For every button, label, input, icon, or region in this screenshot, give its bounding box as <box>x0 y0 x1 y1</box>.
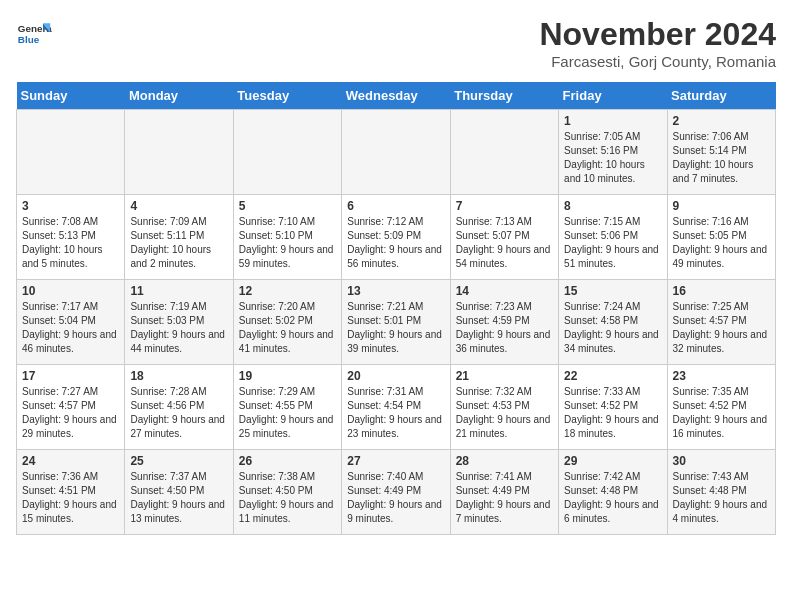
day-info: Sunrise: 7:06 AM Sunset: 5:14 PM Dayligh… <box>673 130 770 186</box>
calendar-cell <box>233 110 341 195</box>
calendar-cell: 9Sunrise: 7:16 AM Sunset: 5:05 PM Daylig… <box>667 195 775 280</box>
calendar-cell <box>450 110 558 195</box>
day-number: 23 <box>673 369 770 383</box>
day-number: 5 <box>239 199 336 213</box>
day-number: 21 <box>456 369 553 383</box>
location-subtitle: Farcasesti, Gorj County, Romania <box>539 53 776 70</box>
calendar-cell: 13Sunrise: 7:21 AM Sunset: 5:01 PM Dayli… <box>342 280 450 365</box>
day-number: 16 <box>673 284 770 298</box>
day-info: Sunrise: 7:27 AM Sunset: 4:57 PM Dayligh… <box>22 385 119 441</box>
calendar-table: SundayMondayTuesdayWednesdayThursdayFrid… <box>16 82 776 535</box>
day-number: 11 <box>130 284 227 298</box>
calendar-cell: 21Sunrise: 7:32 AM Sunset: 4:53 PM Dayli… <box>450 365 558 450</box>
day-info: Sunrise: 7:31 AM Sunset: 4:54 PM Dayligh… <box>347 385 444 441</box>
calendar-cell: 16Sunrise: 7:25 AM Sunset: 4:57 PM Dayli… <box>667 280 775 365</box>
day-number: 9 <box>673 199 770 213</box>
calendar-cell: 2Sunrise: 7:06 AM Sunset: 5:14 PM Daylig… <box>667 110 775 195</box>
day-info: Sunrise: 7:28 AM Sunset: 4:56 PM Dayligh… <box>130 385 227 441</box>
day-info: Sunrise: 7:32 AM Sunset: 4:53 PM Dayligh… <box>456 385 553 441</box>
day-number: 20 <box>347 369 444 383</box>
day-number: 29 <box>564 454 661 468</box>
day-number: 25 <box>130 454 227 468</box>
day-info: Sunrise: 7:21 AM Sunset: 5:01 PM Dayligh… <box>347 300 444 356</box>
title-section: November 2024 Farcasesti, Gorj County, R… <box>539 16 776 70</box>
logo: General Blue <box>16 16 52 52</box>
day-info: Sunrise: 7:41 AM Sunset: 4:49 PM Dayligh… <box>456 470 553 526</box>
day-number: 14 <box>456 284 553 298</box>
day-number: 12 <box>239 284 336 298</box>
header: General Blue November 2024 Farcasesti, G… <box>16 16 776 70</box>
weekday-header-row: SundayMondayTuesdayWednesdayThursdayFrid… <box>17 82 776 110</box>
day-info: Sunrise: 7:08 AM Sunset: 5:13 PM Dayligh… <box>22 215 119 271</box>
calendar-cell: 11Sunrise: 7:19 AM Sunset: 5:03 PM Dayli… <box>125 280 233 365</box>
calendar-cell: 14Sunrise: 7:23 AM Sunset: 4:59 PM Dayli… <box>450 280 558 365</box>
calendar-cell: 3Sunrise: 7:08 AM Sunset: 5:13 PM Daylig… <box>17 195 125 280</box>
calendar-week-row: 24Sunrise: 7:36 AM Sunset: 4:51 PM Dayli… <box>17 450 776 535</box>
day-info: Sunrise: 7:35 AM Sunset: 4:52 PM Dayligh… <box>673 385 770 441</box>
day-info: Sunrise: 7:38 AM Sunset: 4:50 PM Dayligh… <box>239 470 336 526</box>
calendar-cell: 27Sunrise: 7:40 AM Sunset: 4:49 PM Dayli… <box>342 450 450 535</box>
day-info: Sunrise: 7:33 AM Sunset: 4:52 PM Dayligh… <box>564 385 661 441</box>
day-info: Sunrise: 7:40 AM Sunset: 4:49 PM Dayligh… <box>347 470 444 526</box>
day-info: Sunrise: 7:24 AM Sunset: 4:58 PM Dayligh… <box>564 300 661 356</box>
day-info: Sunrise: 7:23 AM Sunset: 4:59 PM Dayligh… <box>456 300 553 356</box>
calendar-cell: 4Sunrise: 7:09 AM Sunset: 5:11 PM Daylig… <box>125 195 233 280</box>
weekday-header-thursday: Thursday <box>450 82 558 110</box>
day-info: Sunrise: 7:42 AM Sunset: 4:48 PM Dayligh… <box>564 470 661 526</box>
calendar-cell <box>17 110 125 195</box>
calendar-cell: 10Sunrise: 7:17 AM Sunset: 5:04 PM Dayli… <box>17 280 125 365</box>
month-year-title: November 2024 <box>539 16 776 53</box>
day-number: 2 <box>673 114 770 128</box>
weekday-header-saturday: Saturday <box>667 82 775 110</box>
logo-icon: General Blue <box>16 16 52 52</box>
day-info: Sunrise: 7:25 AM Sunset: 4:57 PM Dayligh… <box>673 300 770 356</box>
day-number: 22 <box>564 369 661 383</box>
calendar-header: SundayMondayTuesdayWednesdayThursdayFrid… <box>17 82 776 110</box>
day-number: 19 <box>239 369 336 383</box>
day-info: Sunrise: 7:09 AM Sunset: 5:11 PM Dayligh… <box>130 215 227 271</box>
calendar-cell: 24Sunrise: 7:36 AM Sunset: 4:51 PM Dayli… <box>17 450 125 535</box>
day-number: 7 <box>456 199 553 213</box>
calendar-cell: 15Sunrise: 7:24 AM Sunset: 4:58 PM Dayli… <box>559 280 667 365</box>
day-number: 3 <box>22 199 119 213</box>
day-info: Sunrise: 7:19 AM Sunset: 5:03 PM Dayligh… <box>130 300 227 356</box>
day-number: 27 <box>347 454 444 468</box>
day-info: Sunrise: 7:13 AM Sunset: 5:07 PM Dayligh… <box>456 215 553 271</box>
calendar-cell: 26Sunrise: 7:38 AM Sunset: 4:50 PM Dayli… <box>233 450 341 535</box>
calendar-cell: 8Sunrise: 7:15 AM Sunset: 5:06 PM Daylig… <box>559 195 667 280</box>
day-number: 28 <box>456 454 553 468</box>
calendar-week-row: 1Sunrise: 7:05 AM Sunset: 5:16 PM Daylig… <box>17 110 776 195</box>
calendar-cell: 12Sunrise: 7:20 AM Sunset: 5:02 PM Dayli… <box>233 280 341 365</box>
day-number: 6 <box>347 199 444 213</box>
day-number: 26 <box>239 454 336 468</box>
calendar-cell: 23Sunrise: 7:35 AM Sunset: 4:52 PM Dayli… <box>667 365 775 450</box>
day-info: Sunrise: 7:20 AM Sunset: 5:02 PM Dayligh… <box>239 300 336 356</box>
day-info: Sunrise: 7:16 AM Sunset: 5:05 PM Dayligh… <box>673 215 770 271</box>
day-number: 24 <box>22 454 119 468</box>
calendar-cell: 7Sunrise: 7:13 AM Sunset: 5:07 PM Daylig… <box>450 195 558 280</box>
calendar-cell: 6Sunrise: 7:12 AM Sunset: 5:09 PM Daylig… <box>342 195 450 280</box>
weekday-header-wednesday: Wednesday <box>342 82 450 110</box>
calendar-cell: 5Sunrise: 7:10 AM Sunset: 5:10 PM Daylig… <box>233 195 341 280</box>
day-info: Sunrise: 7:29 AM Sunset: 4:55 PM Dayligh… <box>239 385 336 441</box>
day-info: Sunrise: 7:36 AM Sunset: 4:51 PM Dayligh… <box>22 470 119 526</box>
calendar-cell: 20Sunrise: 7:31 AM Sunset: 4:54 PM Dayli… <box>342 365 450 450</box>
calendar-week-row: 3Sunrise: 7:08 AM Sunset: 5:13 PM Daylig… <box>17 195 776 280</box>
day-info: Sunrise: 7:10 AM Sunset: 5:10 PM Dayligh… <box>239 215 336 271</box>
weekday-header-sunday: Sunday <box>17 82 125 110</box>
calendar-cell: 19Sunrise: 7:29 AM Sunset: 4:55 PM Dayli… <box>233 365 341 450</box>
calendar-cell: 22Sunrise: 7:33 AM Sunset: 4:52 PM Dayli… <box>559 365 667 450</box>
calendar-week-row: 10Sunrise: 7:17 AM Sunset: 5:04 PM Dayli… <box>17 280 776 365</box>
day-number: 8 <box>564 199 661 213</box>
calendar-cell <box>342 110 450 195</box>
day-info: Sunrise: 7:37 AM Sunset: 4:50 PM Dayligh… <box>130 470 227 526</box>
day-number: 17 <box>22 369 119 383</box>
day-number: 4 <box>130 199 227 213</box>
weekday-header-friday: Friday <box>559 82 667 110</box>
day-number: 18 <box>130 369 227 383</box>
day-info: Sunrise: 7:17 AM Sunset: 5:04 PM Dayligh… <box>22 300 119 356</box>
calendar-cell: 17Sunrise: 7:27 AM Sunset: 4:57 PM Dayli… <box>17 365 125 450</box>
calendar-cell: 28Sunrise: 7:41 AM Sunset: 4:49 PM Dayli… <box>450 450 558 535</box>
day-info: Sunrise: 7:15 AM Sunset: 5:06 PM Dayligh… <box>564 215 661 271</box>
day-number: 13 <box>347 284 444 298</box>
